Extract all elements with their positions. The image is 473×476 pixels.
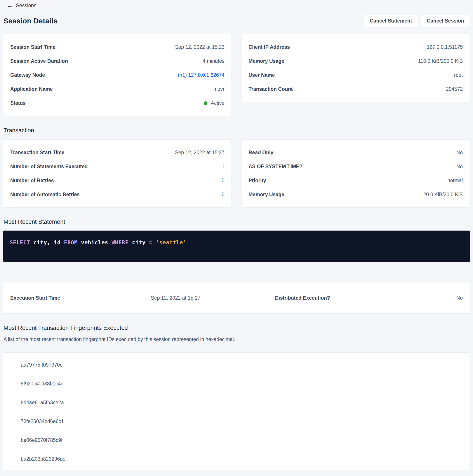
table-row: Memory Usage 110.0 KiB/200.0 KiB <box>248 58 463 64</box>
sql-text: city, id <box>30 239 64 246</box>
sql-keyword: FROM <box>64 239 78 246</box>
table-row: Session Start Time Sep 12, 2022 at 15:23 <box>10 44 225 50</box>
breadcrumb: ← Sessions <box>7 2 470 9</box>
page-title: Session Details <box>3 17 57 25</box>
row-value: 1 <box>222 163 225 170</box>
distributed-execution-value: No <box>370 295 463 301</box>
row-label: Status <box>10 100 26 106</box>
row-value: 4 minutes <box>203 58 225 64</box>
status-dot-icon <box>204 101 207 105</box>
row-value: movr <box>213 86 225 92</box>
row-label: Priority <box>248 177 266 184</box>
list-item: be06e9570f785c9f <box>21 437 463 443</box>
page-header: Session Details Cancel Statement Cancel … <box>3 15 470 27</box>
table-row: User Name root <box>248 72 463 78</box>
session-card-left: Session Start Time Sep 12, 2022 at 15:23… <box>3 34 232 116</box>
row-value: 204572 <box>446 86 463 92</box>
transaction-summary: Transaction Start Time Sep 12, 2022 at 1… <box>3 139 470 207</box>
table-row: AS OF SYSTEM TIME? No <box>248 163 463 170</box>
sql-text: city = <box>129 239 156 246</box>
statement-section-heading: Most Recent Statement <box>3 218 470 225</box>
back-to-sessions-link[interactable]: ← Sessions <box>7 3 36 9</box>
transaction-card-right: Read Only No AS OF SYSTEM TIME? No Prior… <box>241 139 470 207</box>
row-label: Transaction Count <box>248 86 293 92</box>
row-value: 110.0 KiB/200.0 KiB <box>418 58 463 64</box>
status-text: Active <box>211 100 225 106</box>
list-item: 73fe26034bd6e6c1 <box>21 418 463 424</box>
row-label: Number of Retries <box>10 177 54 184</box>
row-value: No <box>457 149 463 155</box>
table-row: Number of Automatic Retries 0 <box>10 191 225 198</box>
sql-statement: SELECT city, id FROM vehicles WHERE city… <box>10 239 463 246</box>
sql-text: vehicles <box>78 239 112 246</box>
row-label: User Name <box>248 72 275 78</box>
row-label: AS OF SYSTEM TIME? <box>248 163 303 170</box>
header-actions: Cancel Statement Cancel Session <box>364 15 470 27</box>
row-label: Gateway Node <box>10 72 45 78</box>
sql-keyword: SELECT <box>10 239 30 246</box>
table-row: Read Only No <box>248 149 463 155</box>
row-label: Read Only <box>248 149 274 155</box>
execution-summary-card: Execution Start Time Sep 12, 2022 at 15:… <box>3 282 470 313</box>
list-item: 8d4ae61a5fb3ce2a <box>21 399 463 406</box>
table-row: Status Active <box>10 100 225 106</box>
gateway-node-link[interactable]: (n1) 127.0.0.1:62674 <box>178 72 225 78</box>
sql-string: 'seattle' <box>156 239 186 246</box>
row-label: Number of Automatic Retries <box>10 191 80 198</box>
session-summary: Session Start Time Sep 12, 2022 at 15:23… <box>3 34 470 116</box>
row-value: No <box>457 163 463 170</box>
cancel-session-button[interactable]: Cancel Session <box>421 15 470 27</box>
session-details-page: ← Sessions Session Details Cancel Statem… <box>0 0 473 470</box>
back-link-label: Sessions <box>16 3 36 9</box>
cancel-statement-button[interactable]: Cancel Statement <box>364 15 418 27</box>
row-label: Session Start Time <box>10 44 55 50</box>
row-label: Memory Usage <box>248 191 284 198</box>
sql-statement-box: SELECT city, id FROM vehicles WHERE city… <box>3 231 470 262</box>
row-value: 20.0 KiB/20.0 KiB <box>423 191 463 198</box>
row-value: 127.0.0.1:51175 <box>427 44 463 50</box>
row-value: normal <box>447 177 463 184</box>
row-label: Transaction Start Time <box>10 149 65 155</box>
row-label: Session Active Duration <box>10 58 68 64</box>
status-badge: Active <box>204 100 225 106</box>
row-value: Sep 12, 2022 at 15:27 <box>175 149 225 155</box>
table-row: Client IP Address 127.0.0.1:51175 <box>248 44 463 50</box>
table-row: Transaction Count 204572 <box>248 86 463 92</box>
row-value: Sep 12, 2022 at 15:23 <box>175 44 225 50</box>
fingerprints-description: A list of the most recent transaction fi… <box>3 336 470 342</box>
list-item: 8f920c40d88b1c4e <box>21 381 463 387</box>
table-row: Priority normal <box>248 177 463 184</box>
table-row: Transaction Start Time Sep 12, 2022 at 1… <box>10 149 225 155</box>
sql-keyword: WHERE <box>112 239 129 246</box>
list-item: ba2b203b823296de <box>21 456 463 462</box>
distributed-execution-label: Distributed Execution? <box>275 295 370 301</box>
table-row: Application Name movr <box>10 86 225 92</box>
list-item: aa79775ff097970c <box>21 362 463 368</box>
table-row: Number of Statements Executed 1 <box>10 163 225 170</box>
table-row: Session Active Duration 4 minutes <box>10 58 225 64</box>
row-value: root <box>454 72 463 78</box>
session-card-right: Client IP Address 127.0.0.1:51175 Memory… <box>241 34 470 102</box>
row-label: Number of Statements Executed <box>10 163 88 170</box>
execution-start-time-label: Execution Start Time <box>10 295 108 301</box>
fingerprints-list: aa79775ff097970c 8f920c40d88b1c4e 8d4ae6… <box>10 362 463 462</box>
row-label: Client IP Address <box>248 44 290 50</box>
transaction-card-left: Transaction Start Time Sep 12, 2022 at 1… <box>3 139 232 207</box>
table-row: Gateway Node (n1) 127.0.0.1:62674 <box>10 72 225 78</box>
row-value: 0 <box>222 191 225 198</box>
arrow-left-icon: ← <box>7 3 13 8</box>
fingerprints-card: aa79775ff097970c 8f920c40d88b1c4e 8d4ae6… <box>3 352 470 470</box>
table-row: Number of Retries 0 <box>10 177 225 184</box>
transaction-section-heading: Transaction <box>3 127 470 134</box>
execution-start-time-value: Sep 12, 2022 at 15:27 <box>108 295 200 301</box>
row-label: Application Name <box>10 86 53 92</box>
row-value: 0 <box>222 177 225 184</box>
table-row: Memory Usage 20.0 KiB/20.0 KiB <box>248 191 463 198</box>
fingerprints-section-heading: Most Recent Transaction Fingerprints Exe… <box>3 324 470 331</box>
row-label: Memory Usage <box>248 58 284 64</box>
